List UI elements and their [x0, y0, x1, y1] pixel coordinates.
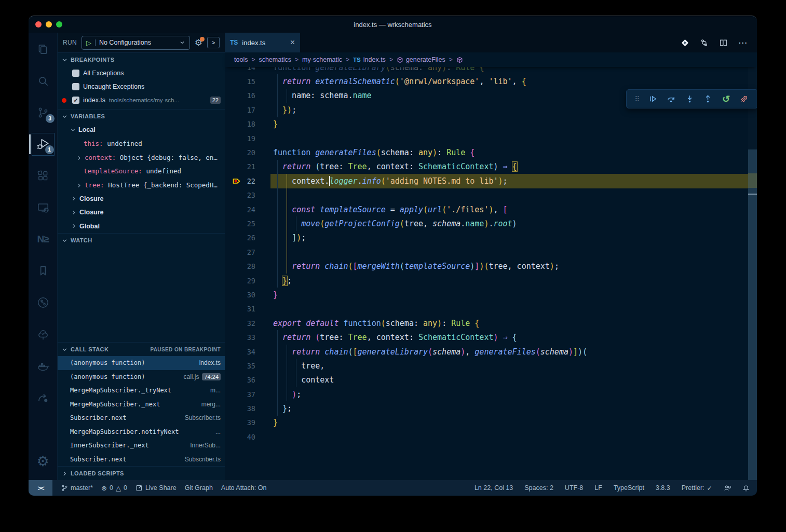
step-out-icon[interactable] — [702, 94, 713, 104]
code-line-36[interactable]: 36 context — [225, 373, 757, 387]
code-line-33[interactable]: 33 return (tree: Tree, context: Schemati… — [225, 330, 757, 344]
code-line-29[interactable]: 29 }; — [225, 274, 757, 288]
call-stack-frame[interactable]: (anonymous function)call.js74:24 — [58, 370, 225, 384]
variable-row-group[interactable]: Closure — [58, 192, 225, 206]
line-number[interactable]: 20 — [225, 148, 270, 157]
chevron-right-icon[interactable] — [71, 223, 77, 229]
call-stack-section-header[interactable]: CALL STACK PAUSED ON BREAKPOINT — [58, 342, 225, 356]
continue-icon[interactable] — [648, 94, 658, 104]
line-number[interactable]: 31 — [225, 305, 270, 313]
cursor-position-item[interactable]: Ln 22, Col 13 — [475, 484, 513, 492]
breadcrumb-item[interactable]: TSindex.ts — [353, 56, 386, 63]
editor-scrollbar[interactable] — [748, 67, 757, 480]
auto-attach-item[interactable]: Auto Attach: On — [221, 484, 267, 492]
code-line-25[interactable]: 25 move(getProjectConfig(tree, schema.na… — [225, 216, 757, 230]
code-line-34[interactable]: 34 return chain([generateLibrary(schema)… — [225, 345, 757, 359]
notifications-item[interactable] — [742, 484, 750, 492]
eol-item[interactable]: LF — [594, 484, 602, 492]
line-number[interactable]: 40 — [225, 433, 270, 441]
code-line-40[interactable]: 40 — [225, 430, 757, 444]
code-line-37[interactable]: 37 ); — [225, 387, 757, 401]
line-number[interactable]: 17 — [225, 106, 270, 114]
code-line-35[interactable]: 35 tree, — [225, 359, 757, 373]
breadcrumb-item[interactable]: generateFiles — [397, 56, 445, 63]
activity-item-bookmarks[interactable] — [32, 260, 55, 282]
breadcrumb-item[interactable]: my-schematic — [302, 56, 342, 63]
breakpoint-row[interactable]: index.tstools/schematics/my-sch...22 — [58, 93, 225, 107]
breakpoint-checkbox[interactable] — [72, 97, 79, 104]
line-number[interactable]: 29 — [225, 277, 270, 285]
split-editor-icon[interactable] — [719, 38, 728, 47]
run-diamond-icon[interactable] — [681, 38, 689, 47]
line-number[interactable]: 15 — [225, 77, 270, 86]
debug-settings-gear-icon[interactable]: ⚙ — [195, 38, 202, 47]
line-number[interactable]: 36 — [225, 376, 270, 384]
activity-item-extensions[interactable] — [32, 165, 55, 187]
step-over-icon[interactable] — [666, 94, 676, 104]
line-number[interactable]: 24 — [225, 206, 270, 214]
scrollbar-thumb[interactable] — [748, 149, 757, 480]
code-line-22[interactable]: 22 context.logger.info('adding NOTES.md … — [225, 174, 757, 188]
remote-indicator[interactable]: >< — [29, 480, 52, 496]
watch-section-header[interactable]: WATCH — [58, 233, 225, 247]
variable-row-group[interactable]: Global — [58, 220, 225, 234]
line-number[interactable]: 22 — [225, 177, 270, 185]
code-line-26[interactable]: 26 ]); — [225, 231, 757, 245]
code-line-28[interactable]: 28 return chain([mergeWith(templateSourc… — [225, 259, 757, 273]
activity-item-share[interactable] — [32, 386, 55, 409]
activity-item-explorer[interactable] — [32, 38, 55, 61]
line-number[interactable]: 14 — [225, 67, 270, 72]
encoding-item[interactable]: UTF-8 — [565, 484, 583, 492]
code-area[interactable]: 14function generateLibrary(schema: any):… — [225, 67, 757, 480]
line-number[interactable]: 38 — [225, 404, 270, 413]
code-line-27[interactable]: 27 — [225, 245, 757, 259]
activity-item-remote-explorer[interactable] — [32, 196, 55, 219]
code-line-30[interactable]: 30} — [225, 288, 757, 302]
activity-item-docker[interactable] — [32, 354, 55, 377]
chevron-right-icon[interactable] — [71, 196, 77, 201]
line-number[interactable]: 21 — [225, 162, 270, 171]
code-line-14[interactable]: 14function generateLibrary(schema: any):… — [225, 67, 757, 74]
git-branch-item[interactable]: master* — [61, 484, 93, 492]
line-number[interactable]: 32 — [225, 319, 270, 328]
line-number[interactable]: 39 — [225, 418, 270, 427]
variables-section-header[interactable]: VARIABLES — [58, 109, 225, 123]
activity-item-search[interactable] — [32, 70, 55, 92]
call-stack-frame[interactable]: MergeMapSubscriber._tryNextm... — [58, 384, 225, 398]
call-stack-frame[interactable]: (anonymous function)index.ts — [58, 356, 225, 370]
chevron-right-icon[interactable] — [76, 182, 82, 188]
code-line-32[interactable]: 32export default function(schema: any): … — [225, 316, 757, 330]
line-number[interactable]: 25 — [225, 220, 270, 228]
close-tab-icon[interactable]: × — [290, 38, 295, 47]
disconnect-icon[interactable] — [739, 94, 750, 104]
code-line-20[interactable]: 20function generateFiles(schema: any): R… — [225, 145, 757, 159]
variable-row[interactable]: this: undefined — [58, 137, 225, 151]
call-stack-frame[interactable]: InnerSubscriber._nextInnerSub... — [58, 439, 225, 453]
line-number[interactable]: 27 — [225, 248, 270, 256]
restart-icon[interactable]: ↺ — [721, 94, 731, 104]
loaded-scripts-section-header[interactable]: LOADED SCRIPTS — [58, 466, 225, 480]
activity-item-nx-console[interactable]: N≥ — [32, 228, 55, 251]
line-number[interactable]: 23 — [225, 191, 270, 199]
ts-version-item[interactable]: 3.8.3 — [656, 484, 670, 492]
line-number[interactable]: 30 — [225, 291, 270, 299]
line-number[interactable]: 33 — [225, 333, 270, 342]
open-changes-icon[interactable] — [700, 38, 709, 47]
breakpoint-row[interactable]: All Exceptions — [58, 66, 225, 80]
activity-item-gitlens[interactable] — [32, 291, 55, 314]
code-line-31[interactable]: 31 — [225, 302, 757, 316]
feedback-item[interactable] — [724, 484, 731, 492]
variable-row[interactable]: context: Object {debug: false, en… — [58, 151, 225, 165]
breadcrumb-item[interactable]: tools — [234, 56, 248, 63]
code-line-19[interactable]: 19 — [225, 131, 757, 145]
problems-item[interactable]: ⊗ 0 △ 0 — [101, 484, 127, 492]
prettier-item[interactable]: Prettier: ✓ — [682, 484, 712, 492]
variable-row-group[interactable]: Local — [58, 123, 225, 137]
line-number[interactable]: 16 — [225, 91, 270, 100]
code-line-18[interactable]: 18} — [225, 117, 757, 131]
call-stack-frame[interactable]: Subscriber.nextSubscriber.ts — [58, 411, 225, 425]
activity-item-testing[interactable] — [32, 323, 55, 346]
breakpoints-section-header[interactable]: BREAKPOINTS — [58, 52, 225, 66]
line-number[interactable]: 34 — [225, 348, 270, 356]
call-stack-frame[interactable]: MergeMapSubscriber.notifyNext... — [58, 425, 225, 439]
